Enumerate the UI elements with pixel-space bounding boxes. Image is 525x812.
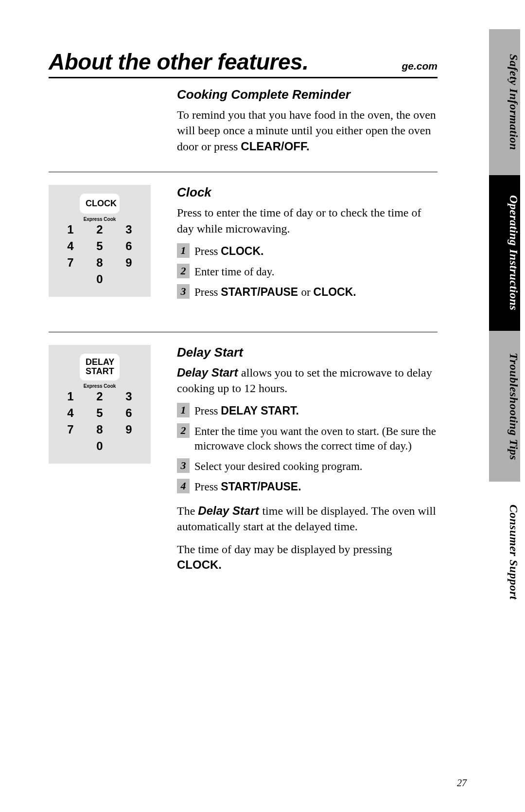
key-0[interactable]: 0: [90, 439, 109, 453]
key-9[interactable]: 9: [120, 256, 138, 270]
clock-intro: Press to enter the time of day or to che…: [177, 205, 438, 236]
site-link[interactable]: ge.com: [402, 60, 438, 75]
reminder-body: To remind you that you have food in the …: [177, 107, 438, 154]
divider: [49, 172, 438, 172]
delay-step-1: 1 Press DELAY START.: [177, 403, 438, 418]
tab-operating[interactable]: Operating Instructions: [489, 175, 520, 331]
tab-troubleshooting[interactable]: Troubleshooting Tips: [489, 331, 520, 482]
delay-start-button[interactable]: DELAY START: [80, 354, 120, 381]
side-tabs: Safety Information Operating Instruction…: [489, 29, 520, 623]
section-delay-start: DELAY START Express Cook 1 2 3 4 5 6 7 8…: [49, 336, 438, 580]
keypad-grid: 1 2 3 4 5 6 7 8 9 0: [56, 390, 143, 453]
clock-step-3: 3 Press START/PAUSE or CLOCK.: [177, 284, 438, 300]
key-4[interactable]: 4: [61, 239, 80, 253]
step-number-icon: 1: [177, 403, 190, 417]
clock-button[interactable]: CLOCK: [80, 194, 120, 214]
tab-safety[interactable]: Safety Information: [489, 29, 520, 175]
express-cook-label: Express Cook: [56, 383, 143, 389]
step-number-icon: 3: [177, 284, 190, 299]
step-number-icon: 4: [177, 479, 190, 493]
page-number: 27: [457, 777, 467, 789]
section-reminder: Cooking Complete Reminder To remind you …: [49, 78, 438, 161]
step-number-icon: 2: [177, 423, 190, 438]
delay-step-3: 3 Select your desired cooking program.: [177, 458, 438, 474]
clock-step-2: 2 Enter time of day.: [177, 264, 438, 279]
delay-intro: Delay Start allows you to set the microw…: [177, 365, 438, 397]
key-8[interactable]: 8: [90, 423, 109, 436]
key-3[interactable]: 3: [120, 390, 138, 403]
clock-step-1: 1 Press CLOCK.: [177, 243, 438, 259]
key-5[interactable]: 5: [90, 406, 109, 420]
key-7[interactable]: 7: [61, 423, 80, 436]
key-6[interactable]: 6: [120, 406, 138, 420]
key-1[interactable]: 1: [61, 223, 80, 236]
page-header: About the other features. ge.com: [49, 49, 438, 78]
key-2[interactable]: 2: [90, 223, 109, 236]
delay-step-4: 4 Press START/PAUSE.: [177, 479, 438, 494]
delay-step-2: 2 Enter the time you want the oven to st…: [177, 423, 438, 453]
key-5[interactable]: 5: [90, 239, 109, 253]
key-1[interactable]: 1: [61, 390, 80, 403]
key-6[interactable]: 6: [120, 239, 138, 253]
step-number-icon: 3: [177, 458, 190, 473]
key-9[interactable]: 9: [120, 423, 138, 436]
key-4[interactable]: 4: [61, 406, 80, 420]
delay-p2: The Delay Start time will be displayed. …: [177, 503, 438, 535]
key-8[interactable]: 8: [90, 256, 109, 270]
tab-consumer[interactable]: Consumer Support: [489, 482, 520, 623]
reminder-title: Cooking Complete Reminder: [177, 87, 438, 102]
keypad-grid: 1 2 3 4 5 6 7 8 9 0: [56, 223, 143, 286]
clock-title: Clock: [177, 185, 438, 200]
delay-title: Delay Start: [177, 345, 438, 360]
keypad-clock: CLOCK Express Cook 1 2 3 4 5 6 7 8 9 0: [49, 185, 151, 297]
key-7[interactable]: 7: [61, 256, 80, 270]
step-number-icon: 2: [177, 264, 190, 278]
page-title: About the other features.: [49, 49, 308, 75]
divider: [49, 332, 438, 332]
key-2[interactable]: 2: [90, 390, 109, 403]
keypad-delay: DELAY START Express Cook 1 2 3 4 5 6 7 8…: [49, 345, 151, 464]
express-cook-label: Express Cook: [56, 217, 143, 222]
key-0[interactable]: 0: [90, 272, 109, 286]
step-number-icon: 1: [177, 243, 190, 258]
delay-p3: The time of day may be displayed by pres…: [177, 541, 438, 573]
section-clock: CLOCK Express Cook 1 2 3 4 5 6 7 8 9 0 C…: [49, 176, 438, 304]
key-3[interactable]: 3: [120, 223, 138, 236]
